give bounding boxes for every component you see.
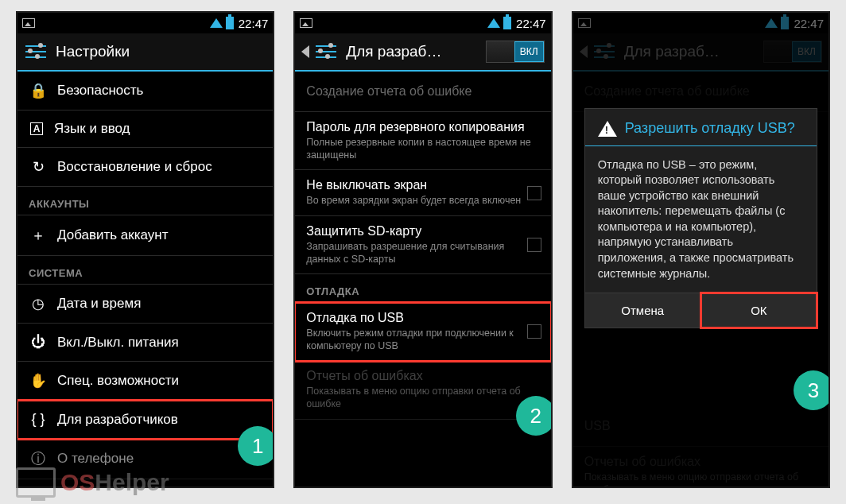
item-label: Отчеты об ошибках (306, 369, 539, 383)
settings-list[interactable]: 🔒 Безопасность A Язык и ввод ↻ Восстанов… (17, 72, 273, 487)
wifi-icon (210, 18, 223, 28)
braces-icon: { } (30, 411, 46, 428)
plus-icon: ＋ (30, 226, 46, 245)
item-protect-sd[interactable]: Защитить SD-карту Запрашивать разрешение… (295, 216, 550, 274)
language-icon: A (30, 122, 43, 135)
battery-icon (503, 17, 511, 29)
step-badge-3: 3 (794, 370, 830, 410)
item-label: Спец. возможности (57, 373, 179, 389)
item-power-schedule[interactable]: ⏻ Вкл./Выкл. питания (17, 324, 273, 362)
dev-options-toggle[interactable]: ВКЛ (486, 41, 545, 63)
item-language[interactable]: A Язык и ввод (17, 110, 273, 148)
item-accessibility[interactable]: ✋ Спец. возможности (17, 362, 273, 401)
item-label: Пароль для резервного копирования (306, 120, 539, 134)
watermark: OSHelper (16, 467, 169, 498)
item-label: Не выключать экран (306, 178, 539, 192)
dialog-body: Отладка по USB – это режим, который позв… (585, 146, 817, 293)
checkbox[interactable] (527, 238, 541, 252)
item-label: Отладка по USB (306, 311, 539, 325)
item-backup-reset[interactable]: ↻ Восстановление и сброс (17, 148, 273, 187)
item-label: О телефоне (57, 451, 134, 467)
lock-icon: 🔒 (30, 82, 46, 99)
item-bug-report[interactable]: Создание отчета об ошибке (295, 72, 550, 112)
dialog-title: Разрешить отладку USB? (625, 120, 795, 138)
settings-icon[interactable] (314, 43, 338, 60)
item-label: Восстановление и сброс (57, 159, 212, 175)
dev-options-list[interactable]: Создание отчета об ошибке Пароль для рез… (295, 72, 550, 487)
item-security[interactable]: 🔒 Безопасность (17, 72, 273, 110)
wifi-icon (487, 18, 500, 28)
page-title: Для разраб… (346, 43, 477, 60)
clock-icon: ◷ (30, 295, 46, 312)
category-debug: ОТЛАДКА (295, 274, 550, 303)
gallery-icon (300, 18, 312, 28)
item-add-account[interactable]: ＋ Добавить аккаунт (17, 215, 273, 256)
item-label: Язык и ввод (54, 121, 130, 137)
status-bar: 22:47 (17, 13, 273, 33)
battery-icon (226, 17, 234, 29)
item-date-time[interactable]: ◷ Дата и время (17, 285, 273, 324)
checkbox[interactable] (527, 324, 541, 339)
page-title: Настройки (56, 43, 266, 60)
cancel-button[interactable]: Отмена (585, 293, 701, 328)
restore-icon: ↻ (30, 158, 46, 176)
checkbox[interactable] (527, 186, 541, 200)
phone-screen-3: 22:47 Для разраб… ВКЛ Создание отчета об… (572, 11, 830, 488)
title-bar: Для разраб… ВКЛ (295, 33, 550, 72)
warning-icon (598, 121, 617, 137)
wm-text-1: OS (60, 469, 95, 495)
step-badge-1: 1 (238, 426, 274, 466)
item-sub: Запрашивать разрешение для считывания да… (306, 241, 539, 266)
phone-screen-2: 22:47 Для разраб… ВКЛ Создание отчета об… (293, 11, 552, 488)
settings-icon[interactable] (24, 43, 48, 60)
toggle-on-label: ВКЛ (514, 41, 544, 62)
usb-debug-dialog: Разрешить отладку USB? Отладка по USB – … (584, 108, 817, 328)
status-clock: 22:47 (516, 17, 546, 30)
item-developer-options[interactable]: { } Для разработчиков (17, 401, 273, 439)
item-sub: Включить режим отладки при подключении к… (306, 328, 539, 352)
item-sub: Показывать в меню опцию отправки отчета … (306, 386, 539, 410)
item-label: Для разработчиков (57, 412, 178, 428)
item-backup-password[interactable]: Пароль для резервного копирования Полные… (295, 112, 550, 170)
ok-button[interactable]: ОК (701, 293, 817, 328)
item-sub: Полные резервные копии в настоящее время… (306, 137, 539, 161)
item-usb-debugging[interactable]: Отладка по USB Включить режим отладки пр… (295, 303, 550, 361)
item-label: Добавить аккаунт (57, 227, 169, 243)
status-clock: 22:47 (239, 17, 269, 30)
item-sub: Во время зарядки экран будет всегда вклю… (306, 195, 539, 207)
back-icon[interactable] (301, 45, 309, 58)
item-error-reports[interactable]: Отчеты об ошибках Показывать в меню опци… (295, 361, 550, 419)
item-label: Безопасность (57, 83, 143, 99)
status-bar: 22:47 (295, 13, 550, 33)
category-accounts: АККАУНТЫ (17, 187, 273, 215)
hand-icon: ✋ (30, 372, 46, 390)
title-bar: Настройки (17, 33, 273, 72)
category-system: СИСТЕМА (17, 256, 273, 285)
info-icon: ⓘ (30, 449, 46, 468)
step-badge-2: 2 (516, 396, 553, 436)
item-label: Защитить SD-карту (306, 224, 539, 238)
wm-text-2: Helper (95, 469, 169, 495)
power-icon: ⏻ (30, 334, 46, 351)
gallery-icon (22, 18, 35, 28)
monitor-icon (16, 467, 56, 498)
phone-screen-1: 22:47 Настройки 🔒 Безопасность A Язык и … (16, 11, 274, 488)
item-stay-awake[interactable]: Не выключать экран Во время зарядки экра… (295, 170, 550, 216)
item-label: Вкл./Выкл. питания (57, 335, 179, 351)
item-label: Создание отчета об ошибке (306, 79, 539, 103)
item-label: Дата и время (57, 296, 141, 312)
